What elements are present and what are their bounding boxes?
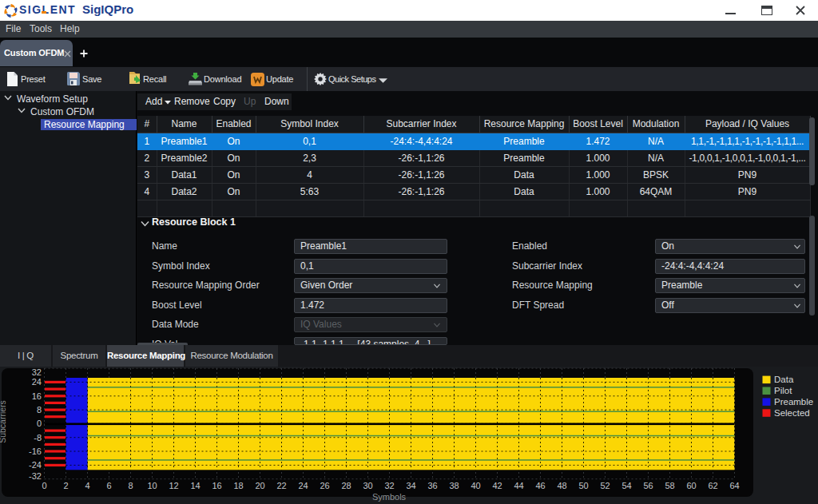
svg-text:32: 32 [32, 367, 42, 377]
svg-text:54: 54 [621, 481, 631, 490]
svg-text:-8: -8 [34, 433, 42, 442]
svg-text:30: 30 [363, 481, 372, 490]
svg-text:20: 20 [255, 481, 264, 490]
svg-text:34: 34 [406, 481, 415, 490]
svg-text:56: 56 [643, 481, 653, 490]
svg-text:28: 28 [341, 481, 351, 490]
svg-text:10: 10 [147, 481, 157, 490]
svg-text:26: 26 [320, 481, 329, 490]
svg-text:52: 52 [600, 481, 610, 490]
svg-text:16: 16 [32, 391, 42, 401]
svg-text:50: 50 [578, 481, 588, 490]
svg-text:40: 40 [471, 481, 480, 490]
svg-text:Pilot: Pilot [774, 386, 792, 395]
svg-text:24: 24 [298, 481, 308, 490]
svg-text:-32: -32 [29, 471, 42, 481]
svg-text:22: 22 [276, 481, 286, 490]
svg-text:42: 42 [492, 481, 502, 490]
svg-text:Data: Data [774, 375, 794, 384]
svg-text:44: 44 [514, 481, 523, 490]
svg-text:32: 32 [384, 481, 394, 490]
svg-text:-16: -16 [29, 446, 42, 456]
svg-text:64: 64 [729, 481, 739, 490]
svg-text:4: 4 [85, 481, 89, 490]
svg-text:Subcarriers: Subcarriers [0, 400, 7, 443]
svg-text:46: 46 [535, 481, 545, 490]
svg-text:2: 2 [63, 481, 68, 490]
svg-text:8: 8 [37, 405, 42, 415]
svg-text:18: 18 [233, 481, 243, 490]
svg-text:Selected: Selected [774, 408, 810, 418]
svg-text:12: 12 [169, 481, 178, 490]
svg-text:48: 48 [557, 481, 566, 490]
svg-text:36: 36 [427, 481, 437, 490]
svg-text:8: 8 [128, 481, 133, 490]
svg-text:0: 0 [37, 419, 42, 428]
svg-text:24: 24 [32, 377, 42, 387]
svg-text:0: 0 [42, 481, 46, 490]
svg-text:62: 62 [708, 481, 717, 490]
svg-text:14: 14 [190, 481, 200, 490]
svg-text:38: 38 [449, 481, 459, 490]
svg-text:6: 6 [106, 481, 111, 490]
svg-text:60: 60 [686, 481, 696, 490]
svg-text:16: 16 [212, 481, 221, 490]
svg-text:-24: -24 [29, 460, 42, 470]
svg-text:Symbols: Symbols [372, 492, 407, 502]
svg-text:Preamble: Preamble [774, 397, 813, 407]
svg-text:58: 58 [665, 481, 674, 490]
